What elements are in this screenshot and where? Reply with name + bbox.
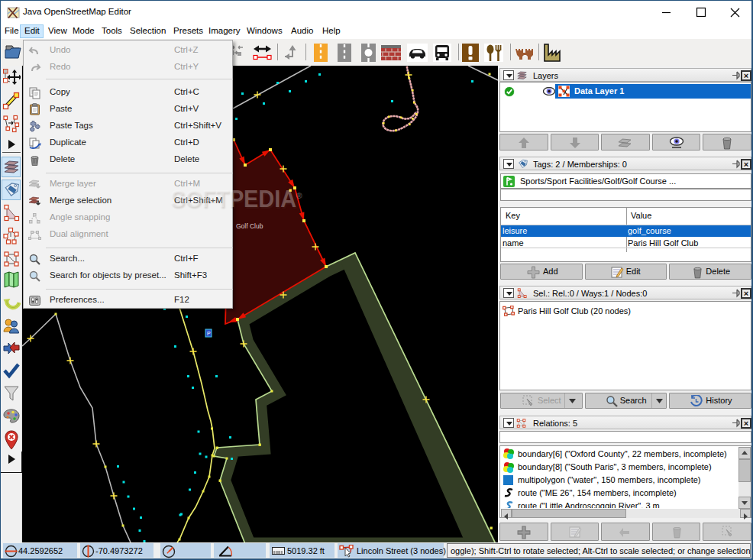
svg-text:P: P	[207, 331, 211, 336]
svg-text:Golf Club: Golf Club	[236, 222, 263, 230]
